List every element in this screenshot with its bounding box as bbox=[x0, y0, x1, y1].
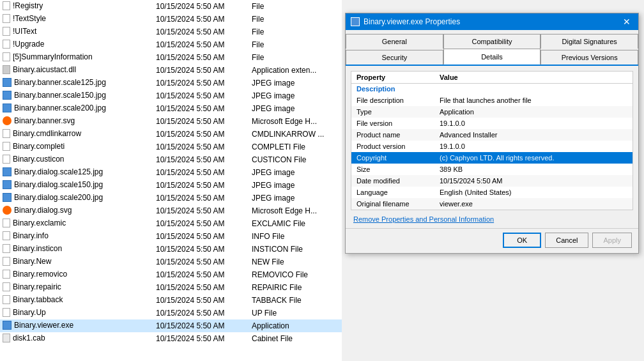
jpg-icon bbox=[3, 167, 12, 176]
name-cell: Binary.repairic bbox=[3, 282, 61, 291]
name-cell: Binary.Up bbox=[3, 308, 46, 317]
prop-value: (c) Caphyon LTD. All rights reserved. bbox=[434, 152, 632, 164]
jpg-icon bbox=[3, 91, 12, 100]
file-type: TABBACK File bbox=[249, 294, 342, 307]
file-type: INFO File bbox=[249, 230, 342, 243]
ok-button[interactable]: OK bbox=[503, 233, 541, 248]
file-name: !UIText bbox=[13, 27, 36, 36]
prop-name: File version bbox=[351, 118, 434, 129]
file-row[interactable]: !Registry 10/15/2024 5:50 AM File bbox=[0, 0, 342, 13]
name-cell: Binary.banner.scale200.jpg bbox=[3, 104, 106, 112]
file-type: JPEG image bbox=[249, 89, 342, 102]
file-name: Binary.dialog.svg bbox=[14, 206, 72, 215]
file-type: CMDLINKARROW ... bbox=[249, 128, 342, 141]
name-cell: !UIText bbox=[3, 27, 36, 36]
file-name: Binary.viewer.exe bbox=[14, 321, 73, 330]
close-button[interactable]: ✕ bbox=[620, 17, 633, 26]
file-icon bbox=[3, 257, 10, 266]
file-icon bbox=[3, 295, 10, 304]
file-icon bbox=[3, 231, 10, 240]
prop-name: Original filename bbox=[351, 198, 434, 210]
prop-value: Advanced Installer bbox=[434, 129, 632, 141]
file-row[interactable]: Binary.tabback 10/15/2024 5:50 AM TABBAC… bbox=[0, 294, 342, 307]
tab-general[interactable]: General bbox=[346, 34, 443, 49]
file-type: INSTICON File bbox=[249, 243, 342, 256]
file-row[interactable]: [5]SummaryInformation 10/15/2024 5:50 AM… bbox=[0, 51, 342, 64]
file-row[interactable]: Binary.cmdlinkarrow 10/15/2024 5:50 AM C… bbox=[0, 128, 342, 141]
file-date: 10/15/2024 5:50 AM bbox=[153, 307, 249, 319]
cancel-button[interactable]: Cancel bbox=[545, 233, 588, 248]
file-row[interactable]: Binary.banner.scale200.jpg 10/15/2024 5:… bbox=[0, 102, 342, 115]
dialog-titlebar: Binary.viewer.exe Properties ✕ bbox=[346, 13, 638, 30]
file-name: Binary.New bbox=[13, 257, 51, 266]
file-row[interactable]: Binary.New 10/15/2024 5:50 AM NEW File bbox=[0, 256, 342, 268]
file-date: 10/15/2024 5:50 AM bbox=[153, 89, 249, 102]
file-icon bbox=[3, 129, 10, 138]
file-row[interactable]: Binary.info 10/15/2024 5:50 AM INFO File bbox=[0, 230, 342, 243]
name-cell: Binary.insticon bbox=[3, 244, 62, 253]
name-cell: Binary.custicon bbox=[3, 155, 64, 164]
tab-previous-versions[interactable]: Previous Versions bbox=[540, 50, 638, 65]
file-row[interactable]: !TextStyle 10/15/2024 5:50 AM File bbox=[0, 13, 342, 26]
file-row[interactable]: Binary.viewer.exe 10/15/2024 5:50 AM App… bbox=[0, 319, 342, 332]
tab-digital-signatures[interactable]: Digital Signatures bbox=[540, 34, 638, 49]
file-name: Binary.banner.svg bbox=[14, 116, 75, 125]
jpg-icon bbox=[3, 78, 12, 87]
file-row[interactable]: Binary.repairic 10/15/2024 5:50 AM REPAI… bbox=[0, 281, 342, 294]
file-type: JPEG image bbox=[249, 102, 342, 115]
file-type: Cabinet File bbox=[249, 332, 342, 345]
file-row[interactable]: Binary.dialog.scale150.jpg 10/15/2024 5:… bbox=[0, 179, 342, 192]
file-row[interactable]: Binary.banner.scale125.jpg 10/15/2024 5:… bbox=[0, 77, 342, 89]
remove-properties-link[interactable]: Remove Properties and Personal Informati… bbox=[353, 215, 631, 223]
file-icon bbox=[3, 270, 10, 279]
file-row[interactable]: Binary.custicon 10/15/2024 5:50 AM CUSTI… bbox=[0, 153, 342, 166]
file-row[interactable]: Binary.insticon 10/15/2024 5:50 AM INSTI… bbox=[0, 243, 342, 256]
file-row[interactable]: Binary.aicustact.dll 10/15/2024 5:50 AM … bbox=[0, 64, 342, 77]
svg-icon bbox=[3, 206, 12, 215]
file-icon bbox=[3, 308, 10, 317]
section-label: Description bbox=[351, 83, 632, 95]
file-row[interactable]: Binary.completi 10/15/2024 5:50 AM COMPL… bbox=[0, 141, 342, 153]
file-date: 10/15/2024 5:50 AM bbox=[153, 192, 249, 204]
tab-details[interactable]: Details bbox=[443, 49, 541, 65]
prop-value: English (United States) bbox=[434, 187, 632, 198]
apply-button[interactable]: Apply bbox=[592, 233, 632, 248]
file-date: 10/15/2024 5:50 AM bbox=[153, 115, 249, 128]
file-date: 10/15/2024 5:50 AM bbox=[153, 51, 249, 64]
file-type: File bbox=[249, 51, 342, 64]
file-type: Application exten... bbox=[249, 64, 342, 77]
file-date: 10/15/2024 5:50 AM bbox=[153, 204, 249, 217]
file-row[interactable]: Binary.dialog.scale200.jpg 10/15/2024 5:… bbox=[0, 192, 342, 204]
file-date: 10/15/2024 5:50 AM bbox=[153, 268, 249, 281]
file-row[interactable]: Binary.banner.scale150.jpg 10/15/2024 5:… bbox=[0, 89, 342, 102]
prop-value: 19.1.0.0 bbox=[434, 141, 632, 152]
exe-icon bbox=[351, 17, 360, 26]
file-row[interactable]: Binary.exclamic 10/15/2024 5:50 AM EXCLA… bbox=[0, 217, 342, 230]
file-row[interactable]: Binary.dialog.svg 10/15/2024 5:50 AM Mic… bbox=[0, 204, 342, 217]
tab-compatibility[interactable]: Compatibility bbox=[443, 34, 541, 49]
file-row[interactable]: disk1.cab 10/15/2024 5:50 AM Cabinet Fil… bbox=[0, 332, 342, 345]
file-name: Binary.banner.scale125.jpg bbox=[14, 78, 106, 87]
file-row[interactable]: Binary.removico 10/15/2024 5:50 AM REMOV… bbox=[0, 268, 342, 281]
file-row[interactable]: Binary.Up 10/15/2024 5:50 AM UP File bbox=[0, 307, 342, 319]
file-name: Binary.cmdlinkarrow bbox=[13, 129, 81, 138]
name-cell: !Registry bbox=[3, 1, 43, 10]
file-type: UP File bbox=[249, 307, 342, 319]
prop-value: File that launches another file bbox=[434, 95, 632, 106]
file-list-panel: !Registry 10/15/2024 5:50 AM File !TextS… bbox=[0, 0, 342, 361]
file-row[interactable]: Binary.banner.svg 10/15/2024 5:50 AM Mic… bbox=[0, 115, 342, 128]
file-name: Binary.completi bbox=[13, 142, 65, 151]
name-cell: !Upgrade bbox=[3, 40, 44, 49]
name-cell: [5]SummaryInformation bbox=[3, 52, 93, 61]
detail-row: Type Application bbox=[351, 106, 632, 118]
file-row[interactable]: !Upgrade 10/15/2024 5:50 AM File bbox=[0, 38, 342, 51]
file-type: JPEG image bbox=[249, 77, 342, 89]
file-date: 10/15/2024 5:50 AM bbox=[153, 332, 249, 345]
file-icon bbox=[3, 244, 10, 253]
dialog-title: Binary.viewer.exe Properties bbox=[364, 17, 460, 26]
file-row[interactable]: !UIText 10/15/2024 5:50 AM File bbox=[0, 26, 342, 38]
file-type: EXCLAMIC File bbox=[249, 217, 342, 230]
tab-security[interactable]: Security bbox=[346, 50, 443, 65]
prop-value: Application bbox=[434, 106, 632, 118]
file-row[interactable]: Binary.dialog.scale125.jpg 10/15/2024 5:… bbox=[0, 166, 342, 179]
